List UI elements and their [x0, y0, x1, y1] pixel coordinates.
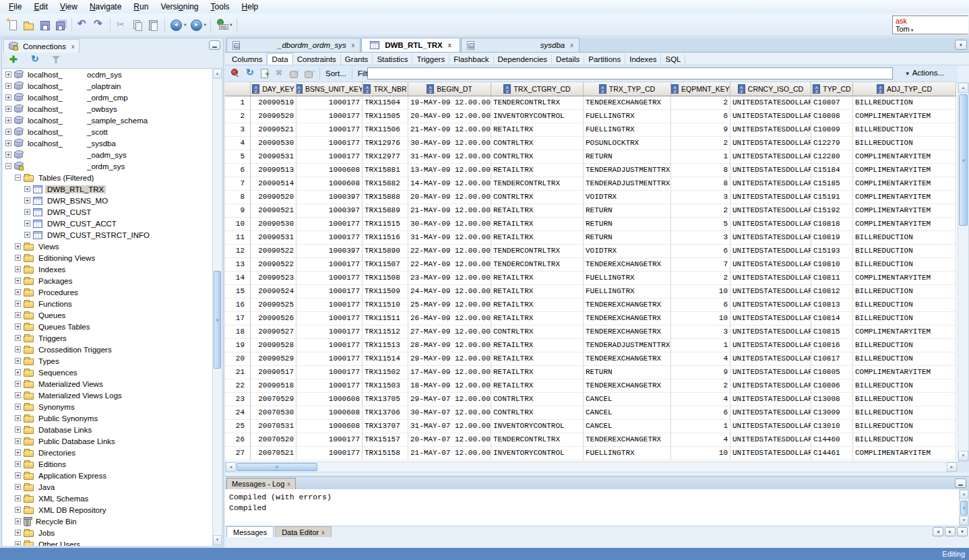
cell[interactable]: TENDERCONTRLTRX — [491, 245, 584, 258]
cut-button[interactable] — [113, 17, 129, 33]
cell[interactable]: CONTRLTRX — [491, 325, 584, 339]
cell[interactable]: C10806 — [811, 379, 853, 393]
tree-expander-icon[interactable]: + — [15, 427, 21, 433]
cell[interactable]: TENDERADJUSTMENTTRX — [584, 177, 671, 191]
cell[interactable]: 23-MAY-09 12.00.00 — [408, 272, 491, 285]
cell[interactable]: 1000397 — [296, 245, 363, 258]
tree-expander-icon[interactable]: + — [5, 152, 11, 158]
cell[interactable]: 1000177 — [296, 96, 363, 110]
cell[interactable]: UNITEDSTATESDOLLAR — [730, 218, 811, 231]
cell[interactable]: RETAILTRX — [491, 218, 584, 231]
cell[interactable]: COMPLIMENTARYITEM — [853, 325, 956, 339]
menu-help[interactable]: Help — [236, 1, 265, 13]
cell[interactable]: UNITEDSTATESDOLLAR — [730, 123, 811, 137]
tree-item-synonyms[interactable]: +Synonyms — [3, 401, 222, 412]
save-button[interactable] — [36, 17, 53, 33]
tree-item-ordm-sys[interactable]: −_ordm_sys — [3, 160, 222, 172]
cell[interactable]: 1000177 — [296, 285, 363, 299]
column-header-crncy-iso-cd[interactable]: CRNCY_ISO_CD — [730, 82, 811, 96]
tree-item-indexes[interactable]: +Indexes — [3, 263, 222, 275]
row-number-cell[interactable]: 13 — [225, 258, 251, 272]
row-number-cell[interactable]: 8 — [225, 191, 251, 204]
cell[interactable]: 10 — [671, 285, 730, 299]
tree-expander-icon[interactable]: + — [15, 495, 21, 501]
cell[interactable]: C14460 — [811, 433, 853, 447]
cell[interactable]: 20090531 — [251, 150, 296, 164]
cell[interactable]: C10808 — [811, 110, 853, 123]
cell[interactable]: RETAILTRX — [491, 204, 584, 218]
cell[interactable]: 10 — [671, 447, 730, 460]
cell[interactable]: TRX15882 — [363, 177, 408, 191]
pin-button[interactable] — [228, 66, 243, 81]
cell[interactable]: 22-MAY-09 12.00.00 — [408, 245, 491, 258]
cell[interactable]: BILLREDUCTION — [853, 312, 956, 325]
paste-button[interactable] — [146, 17, 162, 33]
tree-expander-icon[interactable]: + — [15, 369, 21, 375]
cell[interactable]: BILLREDUCTION — [853, 96, 956, 110]
cell[interactable]: C13008 — [811, 393, 853, 406]
cell[interactable]: 2 — [671, 204, 730, 218]
cell[interactable]: RETAILTRX — [491, 123, 584, 137]
rollback-button[interactable] — [302, 66, 317, 81]
document-tab-dwb-rtl-trx[interactable]: DWB_RTL_TRXx — [361, 38, 460, 52]
cell[interactable]: TENDERCONTRLTRX — [491, 433, 584, 447]
document-tab-sysdba[interactable]: sysdbax — [461, 38, 580, 52]
tree-item-jobs[interactable]: +Jobs — [3, 527, 222, 538]
menu-edit[interactable]: Edit — [28, 1, 54, 13]
cell[interactable]: 2 — [671, 272, 730, 285]
cell[interactable]: C13009 — [811, 406, 853, 420]
cell[interactable]: UNITEDSTATESDOLLAR — [730, 325, 811, 339]
row-number-cell[interactable]: 12 — [225, 245, 251, 258]
cell[interactable]: 20-MAY-09 12.00.00 — [408, 191, 491, 204]
cell[interactable]: 20090527 — [251, 325, 296, 339]
cell[interactable]: FUELLINGTRX — [584, 123, 671, 137]
tab-data[interactable]: Data — [267, 53, 292, 65]
cell[interactable]: 31-MAY-09 12.00.00 — [408, 231, 491, 245]
grid-horizontal-scrollbar[interactable]: ◄ ► — [225, 462, 958, 472]
tree-item-directories[interactable]: +Directories — [3, 447, 222, 458]
messages-scrollbar[interactable]: ▲ ▼ — [959, 489, 969, 526]
scroll-down-icon[interactable]: ▼ — [958, 451, 968, 461]
cell[interactable]: COMPLIMENTARYITEM — [853, 218, 956, 231]
cell[interactable]: UNITEDSTATESDOLLAR — [730, 406, 811, 420]
cell[interactable]: COMPLIMENTARYITEM — [853, 177, 956, 191]
cell[interactable]: RETAILTRX — [491, 339, 584, 352]
cell[interactable]: BILLREDUCTION — [853, 137, 956, 150]
cell[interactable]: 6 — [671, 299, 730, 312]
tab-dependencies[interactable]: Dependencies — [494, 54, 553, 65]
cell[interactable]: BILLREDUCTION — [853, 420, 956, 433]
tree-item-public-synonyms[interactable]: +Public Synonyms — [3, 412, 222, 424]
cell[interactable]: RETURN — [584, 218, 671, 231]
cell[interactable]: BILLREDUCTION — [853, 379, 956, 393]
cell[interactable]: 1 — [671, 150, 730, 164]
cell[interactable]: CONTRLTRX — [491, 406, 584, 420]
actions-button[interactable]: ▼Actions... — [905, 69, 944, 77]
cell[interactable]: 5 — [671, 218, 730, 231]
scroll-thumb[interactable] — [214, 271, 221, 369]
tree-item-xml-schemas[interactable]: +XML Schemas — [3, 493, 222, 504]
cell[interactable]: BILLREDUCTION — [853, 339, 956, 352]
copy-button[interactable] — [129, 17, 146, 33]
row-number-cell[interactable]: 19 — [225, 339, 251, 352]
cell[interactable]: BILLREDUCTION — [853, 258, 956, 272]
tree-item-views[interactable]: +Views — [3, 241, 222, 252]
cell[interactable]: RETAILTRX — [491, 312, 584, 325]
cell[interactable]: UNITEDSTATESDOLLAR — [730, 339, 811, 352]
cell[interactable]: CONTRLTRX — [491, 150, 584, 164]
cell[interactable]: C15192 — [811, 204, 853, 218]
tree-item-sequences[interactable]: +Sequences — [3, 367, 222, 378]
cell[interactable]: 1000177 — [296, 299, 363, 312]
tree-expander-icon[interactable]: + — [15, 392, 21, 398]
cell[interactable]: CANCEL — [584, 393, 671, 406]
tree-item-types[interactable]: +Types — [3, 355, 222, 367]
minimize-connections-button[interactable] — [209, 40, 220, 50]
tree-expander-icon[interactable]: + — [15, 438, 21, 444]
sort-button[interactable]: Sort... — [325, 69, 346, 77]
tab-scroll-right-icon[interactable]: ► — [945, 527, 956, 536]
cell[interactable]: 4 — [671, 393, 730, 406]
cell[interactable]: 20090521 — [251, 204, 296, 218]
tree-item-materialized-views[interactable]: +Materialized Views — [3, 378, 222, 390]
cell[interactable]: 20090523 — [251, 272, 296, 285]
tree-expander-icon[interactable]: + — [15, 323, 21, 330]
cell[interactable]: 20-MAY-09 12.00.00 — [408, 110, 491, 123]
